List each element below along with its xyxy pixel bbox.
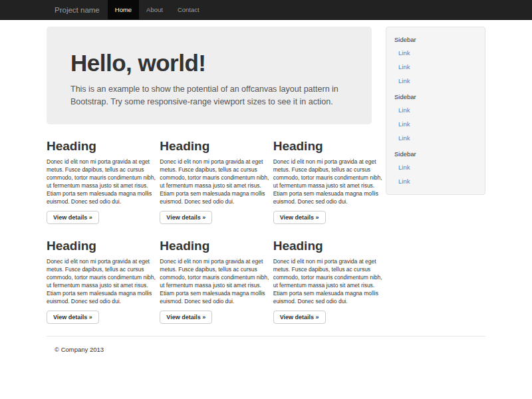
copyright-text: © Company 2013: [47, 346, 485, 353]
card-body: Donec id elit non mi porta gravida at eg…: [47, 257, 156, 305]
navbar: Project name HomeAboutContact: [0, 0, 532, 20]
card-body: Donec id elit non mi porta gravida at eg…: [160, 257, 269, 305]
card-title: Heading: [273, 239, 382, 253]
sidebar-link[interactable]: Link: [393, 46, 478, 60]
view-details-button[interactable]: View details »: [273, 211, 326, 224]
card-body: Donec id elit non mi porta gravida at eg…: [47, 158, 156, 205]
page-container: Hello, world! This is an example to show…: [47, 20, 485, 353]
view-details-button[interactable]: View details »: [160, 311, 212, 324]
content-card: Heading Donec id elit non mi porta gravi…: [160, 124, 269, 224]
card-body: Donec id elit non mi porta gravida at eg…: [160, 158, 269, 205]
jumbotron: Hello, world! This is an example to show…: [47, 27, 372, 124]
sidebar-link[interactable]: Link: [393, 74, 478, 88]
sidebar-group-header: Sidebar: [393, 148, 478, 160]
card-body: Donec id elit non mi porta gravida at eg…: [273, 158, 382, 205]
navbar-container: Project name HomeAboutContact: [47, 0, 485, 19]
card-body: Donec id elit non mi porta gravida at eg…: [273, 257, 382, 305]
sidebar-link[interactable]: Link: [393, 117, 478, 131]
sidebar-column: SidebarLinkLinkLinkSidebarLinkLinkLinkSi…: [386, 20, 485, 195]
content-card: Heading Donec id elit non mi porta gravi…: [273, 124, 382, 224]
card-title: Heading: [160, 239, 269, 253]
view-details-button[interactable]: View details »: [273, 311, 326, 324]
nav-item: About: [139, 0, 170, 19]
navbar-brand[interactable]: Project name: [47, 0, 108, 19]
main-content-column: Hello, world! This is an example to show…: [47, 20, 382, 324]
jumbotron-title: Hello, world!: [70, 51, 358, 75]
card-title: Heading: [273, 139, 382, 154]
nav-link-home[interactable]: Home: [108, 0, 139, 19]
content-card: Heading Donec id elit non mi porta gravi…: [273, 224, 382, 324]
sidebar-link[interactable]: Link: [393, 160, 478, 174]
content-card: Heading Donec id elit non mi porta gravi…: [47, 224, 156, 324]
sidebar-link[interactable]: Link: [393, 131, 478, 145]
sidebar-group-header: Sidebar: [393, 90, 478, 103]
view-details-button[interactable]: View details »: [47, 211, 99, 224]
sidebar-link[interactable]: Link: [393, 60, 478, 74]
sidebar-link[interactable]: Link: [393, 174, 478, 188]
cards-grid: Heading Donec id elit non mi porta gravi…: [47, 124, 382, 324]
footer: © Company 2013: [47, 346, 485, 353]
sidebar-panel: SidebarLinkLinkLinkSidebarLinkLinkLinkSi…: [386, 27, 485, 195]
view-details-button[interactable]: View details »: [47, 311, 99, 324]
sidebar-link[interactable]: Link: [393, 103, 478, 117]
card-title: Heading: [160, 139, 269, 154]
view-details-button[interactable]: View details »: [160, 211, 212, 224]
navbar-menu: HomeAboutContact: [108, 0, 207, 19]
content-card: Heading Donec id elit non mi porta gravi…: [160, 224, 269, 324]
card-title: Heading: [47, 139, 156, 154]
nav-link-contact[interactable]: Contact: [170, 0, 207, 19]
nav-item: Home: [108, 0, 139, 19]
card-title: Heading: [47, 239, 156, 253]
jumbotron-text: This is an example to show the potential…: [70, 83, 358, 108]
sidebar-group-header: Sidebar: [393, 33, 478, 46]
main-row: Hello, world! This is an example to show…: [47, 20, 485, 324]
content-card: Heading Donec id elit non mi porta gravi…: [47, 124, 156, 224]
nav-item: Contact: [170, 0, 207, 19]
footer-divider: [47, 336, 485, 336]
nav-link-about[interactable]: About: [139, 0, 170, 19]
